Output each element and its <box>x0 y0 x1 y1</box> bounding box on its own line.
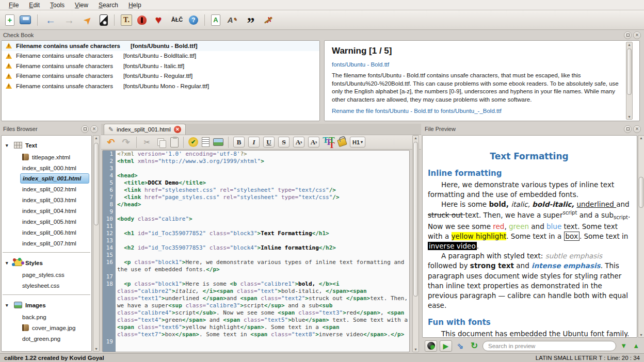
check-html-icon[interactable]: ✔ <box>188 137 198 147</box>
superscript-icon[interactable]: As <box>293 137 304 147</box>
chevron-down-icon[interactable]: ▾ <box>6 303 11 308</box>
warning-rename-link[interactable]: Rename the file fonts/Ubuntu - Bold.ttf … <box>332 108 627 114</box>
warning-file-link[interactable]: fonts/Ubuntu - Bold.ttf <box>332 61 627 68</box>
italic-icon[interactable]: I <box>248 137 260 147</box>
smarten-punctuation-icon[interactable]: ” <box>244 13 257 27</box>
file-item[interactable]: stylesheet.css <box>2 280 91 291</box>
donate-icon[interactable]: ♥ <box>152 13 165 27</box>
file-item[interactable]: index_split_006.html <box>2 227 91 238</box>
code-token: bold, <box>298 281 319 287</box>
file-item[interactable]: index_split_000.html <box>2 162 91 173</box>
refresh-preview-button[interactable]: ▶ <box>440 340 452 352</box>
check-book-warning-list[interactable]: Filename contains unsafe characters[font… <box>1 40 320 121</box>
help-icon[interactable]: ? <box>189 15 198 25</box>
auto-reload-toggle[interactable] <box>425 340 437 352</box>
file-item[interactable]: index_split_003.html <box>2 194 91 205</box>
insert-image-icon[interactable] <box>213 138 223 146</box>
section-header-images[interactable]: ▾Images <box>2 299 91 311</box>
strikethrough-icon[interactable]: S <box>278 137 289 147</box>
menu-help[interactable]: Help <box>124 1 146 10</box>
redo-icon[interactable]: ↷ <box>120 137 132 148</box>
preview-scrollbar[interactable]: ▲ ▼ <box>638 135 644 338</box>
forward-icon[interactable]: → <box>62 13 76 27</box>
paste-icon[interactable] <box>170 137 179 147</box>
code-token: class= <box>210 244 230 251</box>
sync-position-icon[interactable]: ⇘ <box>455 340 466 352</box>
menu-file[interactable]: File <box>4 1 23 10</box>
detail-scrollbar[interactable]: ▲ ▼ <box>626 42 633 120</box>
code-token <box>134 230 138 237</box>
warning-row[interactable]: Filename contains unsafe characters[font… <box>2 81 319 91</box>
file-item[interactable]: index_split_004.html <box>2 205 91 216</box>
code-line: 8</head> <box>103 201 409 208</box>
section-header-text[interactable]: ▾Text <box>2 139 91 152</box>
file-item[interactable]: cover_image.jpg <box>2 322 91 333</box>
back-icon[interactable]: ← <box>44 13 57 27</box>
file-item[interactable]: back.png <box>2 311 91 322</box>
reload-icon[interactable]: ↻ <box>469 340 480 352</box>
check-book-float-button[interactable] <box>624 31 632 39</box>
warning-row[interactable]: Filename contains unsafe characters[font… <box>2 71 319 81</box>
file-preview-float-button[interactable] <box>624 125 632 133</box>
file-item[interactable]: titlepage.xhtml <box>2 152 91 162</box>
file-item[interactable]: dot_green.png <box>2 333 91 344</box>
undo-icon[interactable]: ↶ <box>105 137 117 148</box>
files-browser-close-button[interactable]: ✕ <box>90 125 98 133</box>
underline-icon[interactable]: U <box>263 137 275 147</box>
menu-tools[interactable]: Tools <box>45 1 69 10</box>
heading-dropdown[interactable]: H1▾ <box>350 137 365 147</box>
code-line: 5 <title>DOCX Demo</title> <box>103 179 409 187</box>
cut-icon[interactable]: ✂ <box>141 137 153 148</box>
code-token: </sub> <box>196 309 216 316</box>
tab-index-split-001[interactable]: ✎ index_split_001.html ✕ <box>104 124 186 135</box>
chevron-down-icon[interactable]: ▾ <box>6 260 11 266</box>
menu-search[interactable]: Search <box>94 1 123 10</box>
section-header-styles[interactable]: ▾Styles <box>2 256 91 269</box>
special-characters-icon[interactable]: ÅŁČ <box>170 13 184 27</box>
warning-row[interactable]: Filename contains unsafe characters[font… <box>2 41 319 51</box>
file-item[interactable]: index_split_007.html <box>2 238 91 249</box>
code-token: > <box>162 317 165 323</box>
file-preview-close-button[interactable]: ✕ <box>633 125 641 133</box>
file-item[interactable]: index_split_001.html <box>20 173 89 184</box>
code-token: <?xml <box>117 151 134 157</box>
device-view-icon[interactable] <box>100 14 108 26</box>
copy-icon[interactable] <box>156 137 167 147</box>
search-next-button[interactable]: ▼ <box>619 342 629 350</box>
editor-scrollbar[interactable]: ▲ ▼ <box>412 135 419 352</box>
preview-run: underlined <box>576 200 616 208</box>
save-icon[interactable] <box>20 15 31 24</box>
file-item[interactable]: index_split_005.html <box>2 216 91 227</box>
files-tree[interactable]: ▾Texttitlepage.xhtmlindex_split_000.html… <box>1 135 92 352</box>
files-browser-float-button[interactable] <box>81 125 89 133</box>
check-book-icon[interactable] <box>137 15 147 25</box>
pin-icon[interactable]: ➤ <box>78 10 98 29</box>
background-color-icon[interactable] <box>337 137 347 146</box>
text-color-icon[interactable]: T <box>323 137 334 148</box>
code-token: href= <box>144 187 162 193</box>
preview-document[interactable]: Text FormattingInline formattingHere, we… <box>422 135 637 338</box>
menu-view[interactable]: View <box>70 1 93 10</box>
file-item[interactable]: page_styles.css <box>2 269 91 280</box>
bold-icon[interactable]: B <box>233 137 245 147</box>
spell-check-icon[interactable]: A <box>211 14 220 26</box>
subscript-icon[interactable]: As <box>308 137 319 147</box>
preview-search-input[interactable] <box>482 341 616 351</box>
code-editor[interactable]: 1<?xml version='1.0' encoding='utf-8'?>2… <box>102 150 410 352</box>
check-book-close-button[interactable]: ✕ <box>633 31 641 39</box>
search-prev-button[interactable]: ▲ <box>631 342 641 350</box>
code-token: class= <box>271 331 292 338</box>
file-item[interactable]: index_split_002.html <box>2 184 91 194</box>
warning-row[interactable]: Filename contains unsafe characters[font… <box>2 61 319 71</box>
remove-unused-css-icon[interactable]: ✗ <box>263 13 276 27</box>
chevron-down-icon[interactable]: ▾ <box>6 143 11 148</box>
tab-close-button[interactable]: ✕ <box>174 126 181 133</box>
play-icon: ▶ <box>443 342 449 350</box>
menu-edit[interactable]: Edit <box>24 1 44 10</box>
manage-fonts-icon[interactable]: T. <box>121 14 132 26</box>
beautify-icon[interactable] <box>202 137 210 147</box>
change-case-icon[interactable]: A✎ <box>226 13 239 27</box>
new-file-icon[interactable]: + <box>5 14 14 26</box>
warning-row[interactable]: Filename contains unsafe characters[font… <box>2 51 319 61</box>
files-scrollbar[interactable]: ▲ ▼ <box>93 135 100 352</box>
